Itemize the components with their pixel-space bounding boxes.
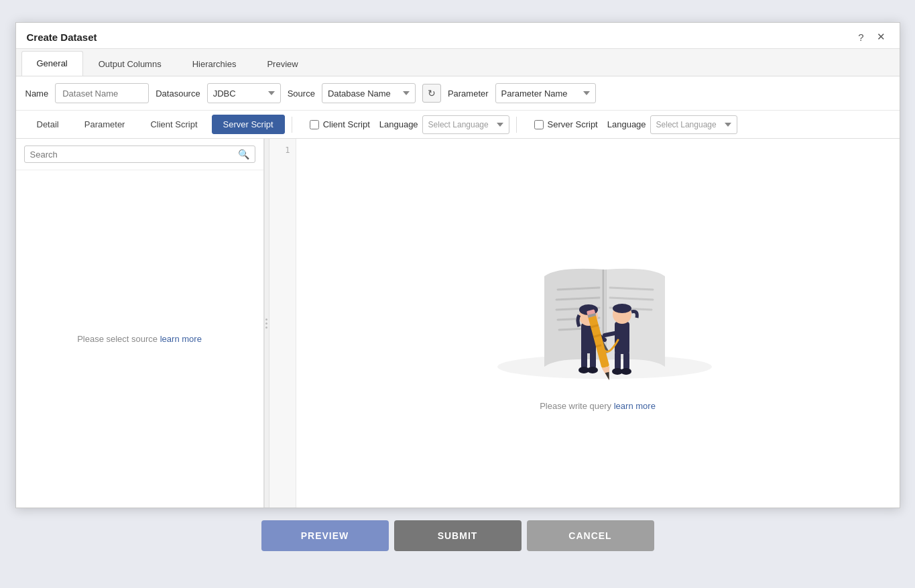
svg-point-24 — [621, 368, 631, 375]
divider-dot-3 — [265, 327, 267, 329]
tab-preview[interactable]: Preview — [251, 52, 313, 76]
svg-rect-22 — [623, 351, 629, 370]
parameter-label: Parameter — [448, 89, 489, 99]
svg-point-20 — [613, 304, 631, 313]
tab-hierarchies[interactable]: Hierarchies — [177, 52, 252, 76]
script-tab-detail[interactable]: Detail — [25, 115, 70, 134]
left-panel: 🔍 Please select source learn more — [16, 139, 264, 508]
separator-1 — [292, 117, 292, 133]
refresh-icon: ↻ — [428, 88, 436, 99]
line-number-1: 1 — [285, 145, 290, 155]
client-script-group: Client Script Language Select Language — [310, 115, 509, 134]
svg-rect-18 — [615, 322, 629, 354]
name-label: Name — [25, 89, 49, 99]
footer-buttons: PREVIEW SUBMIT CANCEL — [261, 508, 654, 566]
datasource-select[interactable]: JDBC — [207, 83, 281, 103]
svg-rect-12 — [581, 350, 587, 369]
client-language-select[interactable]: Select Language — [422, 115, 509, 134]
right-panel: Please write query learn more — [296, 139, 900, 508]
server-script-checkbox[interactable] — [534, 120, 544, 129]
help-icon[interactable]: ? — [854, 30, 869, 44]
tab-general[interactable]: General — [21, 51, 83, 76]
name-input[interactable] — [55, 83, 149, 103]
search-box: 🔍 — [24, 145, 255, 163]
client-script-label: Client Script — [323, 119, 370, 129]
divider-dot-2 — [265, 322, 267, 325]
client-language-label: Language — [379, 119, 418, 129]
preview-button[interactable]: PREVIEW — [261, 520, 389, 551]
cancel-button[interactable]: CANCEL — [527, 520, 654, 551]
search-input[interactable] — [30, 150, 234, 160]
source-select[interactable]: Database Name — [322, 83, 416, 103]
server-script-label: Server Script — [548, 119, 598, 129]
svg-point-15 — [587, 367, 598, 373]
illustration — [477, 236, 719, 390]
datasource-label: Datasource — [156, 89, 200, 99]
left-panel-body: Please select source learn more — [16, 170, 263, 508]
source-label: Source — [288, 89, 315, 99]
main-content: 🔍 Please select source learn more 1 — [16, 139, 900, 508]
svg-rect-13 — [590, 350, 596, 369]
parameter-select[interactable]: Parameter Name — [495, 83, 596, 103]
script-tab-client-script[interactable]: Client Script — [139, 115, 208, 134]
script-tabs-row: Detail Parameter Client Script Server Sc… — [16, 111, 900, 139]
line-number-column: 1 — [269, 139, 296, 508]
divider-dot-1 — [265, 318, 267, 320]
main-tabs-bar: General Output Columns Hierarchies Previ… — [16, 49, 900, 76]
script-tab-server-script[interactable]: Server Script — [212, 115, 285, 134]
search-icon: 🔍 — [238, 149, 249, 160]
title-bar: Create Dataset ? ✕ — [16, 23, 900, 49]
form-row: Name Datasource JDBC Source Database Nam… — [16, 76, 900, 111]
left-panel-learn-more-link[interactable]: learn more — [160, 334, 202, 344]
right-panel-inner: Please write query learn more — [296, 139, 900, 508]
search-box-wrap: 🔍 — [16, 139, 263, 170]
server-language-label: Language — [607, 119, 646, 129]
script-tab-parameter[interactable]: Parameter — [73, 115, 137, 134]
empty-query-message: Please write query learn more — [540, 401, 656, 411]
submit-button[interactable]: SUBMIT — [394, 520, 522, 551]
right-panel-learn-more-link[interactable]: learn more — [614, 401, 656, 411]
refresh-button[interactable]: ↻ — [422, 84, 441, 103]
close-icon[interactable]: ✕ — [874, 30, 889, 44]
empty-source-message: Please select source learn more — [77, 334, 202, 344]
svg-line-25 — [605, 333, 615, 335]
svg-rect-21 — [615, 351, 621, 370]
server-script-group: Server Script Language Select Language — [534, 115, 737, 134]
server-language-select[interactable]: Select Language — [650, 115, 737, 134]
client-script-checkbox[interactable] — [310, 120, 319, 129]
tab-output-columns[interactable]: Output Columns — [83, 52, 177, 76]
panel-divider[interactable] — [264, 139, 269, 508]
separator-2 — [516, 117, 517, 133]
dialog-title: Create Dataset — [27, 32, 97, 43]
